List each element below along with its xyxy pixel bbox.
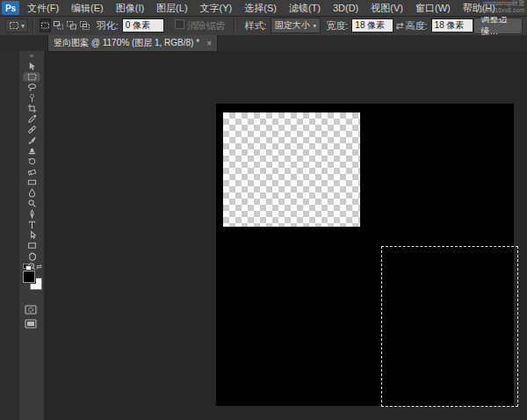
- move-tool[interactable]: [23, 62, 40, 71]
- foreground-color-swatch[interactable]: [23, 271, 35, 283]
- add-to-selection-icon: [53, 20, 64, 31]
- canvas-area[interactable]: [44, 51, 527, 420]
- intersect-selection-button[interactable]: [79, 18, 90, 33]
- gradient-tool[interactable]: [23, 177, 40, 187]
- document-tab-title: 竖向图案 @ 1170% (图层 1, RGB/8) *: [54, 37, 199, 49]
- foreground-background-swatches: [23, 271, 42, 290]
- watermark-line2: www.16xx8.com: [480, 7, 524, 14]
- rectangular-marquee-icon: [27, 72, 37, 82]
- rectangular-marquee-tool[interactable]: [23, 72, 40, 82]
- history-brush-icon: [27, 156, 37, 166]
- chevron-down-icon: ▾: [313, 22, 316, 30]
- chevron-down-icon: ▾: [21, 22, 25, 30]
- lasso-icon: [27, 83, 37, 92]
- tools-column: [19, 62, 44, 272]
- options-separator: [234, 18, 235, 33]
- spot-healing-brush-tool[interactable]: [23, 125, 40, 134]
- rectangle-shape-icon: [27, 241, 37, 250]
- crop-tool[interactable]: [23, 104, 40, 113]
- watermark: photoshop联盟 www.16xx8.com: [480, 0, 524, 14]
- options-bar: ▾ 羽化: 消除锯齿 样式: 固定大小 ▾ 宽度: ⇄ 高度: 调整边缘…: [0, 16, 527, 36]
- height-input[interactable]: [431, 18, 473, 33]
- eyedropper-tool[interactable]: [23, 114, 40, 124]
- add-to-selection-button[interactable]: [53, 18, 64, 33]
- new-selection-icon: [40, 20, 51, 31]
- menu-select[interactable]: 选择(S): [238, 0, 283, 16]
- toolbar-gutter: [0, 51, 19, 420]
- hand-tool[interactable]: [23, 251, 40, 261]
- quick-selection-tool[interactable]: [23, 93, 40, 103]
- gradient-icon: [27, 177, 37, 187]
- toolbar-collapse-button[interactable]: »: [19, 52, 44, 60]
- move-icon: [27, 62, 37, 71]
- menu-view[interactable]: 视图(V): [365, 0, 409, 16]
- transparent-layer-region: [223, 112, 360, 227]
- style-dropdown[interactable]: 固定大小 ▾: [271, 18, 321, 33]
- brush-tool[interactable]: [23, 135, 40, 145]
- pen-icon: [27, 209, 37, 219]
- dodge-icon: [27, 199, 37, 208]
- dodge-tool[interactable]: [23, 199, 40, 208]
- feather-input[interactable]: [122, 18, 164, 33]
- subtract-from-selection-button[interactable]: [66, 18, 77, 33]
- selection-marquee: [381, 246, 518, 407]
- menu-layer[interactable]: 图层(L): [150, 0, 193, 16]
- clone-stamp-tool[interactable]: [23, 146, 40, 156]
- type-tool[interactable]: [23, 220, 40, 229]
- menu-3d[interactable]: 3D(D): [327, 0, 365, 16]
- menu-window[interactable]: 窗口(W): [409, 0, 457, 16]
- new-selection-button[interactable]: [40, 18, 51, 33]
- feather-label: 羽化:: [97, 19, 119, 33]
- screen-mode-button[interactable]: [25, 316, 37, 332]
- color-control: ⇄: [23, 264, 42, 286]
- style-label: 样式:: [245, 19, 267, 33]
- eraser-tool[interactable]: [23, 167, 40, 177]
- menu-image[interactable]: 图像(I): [110, 0, 150, 16]
- menu-filter[interactable]: 滤镜(T): [283, 0, 327, 16]
- menu-file[interactable]: 文件(F): [21, 0, 65, 16]
- menu-edit[interactable]: 编辑(E): [65, 0, 110, 16]
- lasso-tool[interactable]: [23, 83, 40, 92]
- clone-stamp-icon: [27, 146, 37, 156]
- style-value: 固定大小: [275, 19, 310, 32]
- width-input[interactable]: [351, 18, 393, 33]
- menu-type[interactable]: 文字(Y): [194, 0, 239, 16]
- menu-bar: Ps 文件(F) 编辑(E) 图像(I) 图层(L) 文字(Y) 选择(S) 滤…: [0, 0, 527, 17]
- crop-icon: [27, 104, 37, 113]
- tool-preset-picker[interactable]: ▾: [5, 18, 28, 33]
- eyedropper-icon: [27, 114, 37, 124]
- document-tab[interactable]: 竖向图案 @ 1170% (图层 1, RGB/8) * ×: [47, 35, 218, 51]
- quick-mask-icon: [25, 305, 37, 315]
- type-icon: [27, 220, 37, 229]
- intersect-selection-icon: [79, 20, 90, 31]
- healing-brush-icon: [27, 125, 37, 134]
- blur-tool[interactable]: [23, 188, 40, 198]
- subtract-from-selection-icon: [66, 20, 77, 31]
- width-label: 宽度:: [326, 19, 348, 33]
- close-icon[interactable]: ×: [206, 39, 212, 48]
- screen-mode-icon: [25, 319, 37, 329]
- brush-icon: [27, 135, 37, 145]
- pen-tool[interactable]: [23, 209, 40, 219]
- path-selection-tool[interactable]: [23, 230, 40, 240]
- antialias-label: 消除锯齿: [187, 20, 226, 31]
- eraser-icon: [27, 167, 37, 177]
- rectangle-tool[interactable]: [23, 241, 40, 250]
- marquee-tool-icon: [9, 20, 19, 31]
- height-label: 高度:: [406, 19, 428, 33]
- history-brush-tool[interactable]: [23, 156, 40, 166]
- refine-edge-button[interactable]: 调整边缘…: [473, 18, 523, 34]
- document-tab-bar: 竖向图案 @ 1170% (图层 1, RGB/8) * ×: [0, 35, 527, 52]
- antialias-option: 消除锯齿: [175, 19, 226, 33]
- antialias-checkbox: [175, 19, 184, 29]
- tools-panel: »: [19, 51, 45, 420]
- hand-icon: [27, 251, 37, 261]
- photoshop-logo: Ps: [2, 1, 19, 15]
- blur-icon: [27, 188, 37, 198]
- options-separator: [32, 18, 34, 33]
- default-colors-icon[interactable]: [23, 264, 31, 270]
- watermark-line1: photoshop联盟: [480, 0, 524, 7]
- quick-selection-icon: [27, 93, 37, 103]
- swap-colors-icon[interactable]: ⇄: [36, 263, 42, 271]
- swap-dimensions-icon[interactable]: ⇄: [395, 20, 403, 32]
